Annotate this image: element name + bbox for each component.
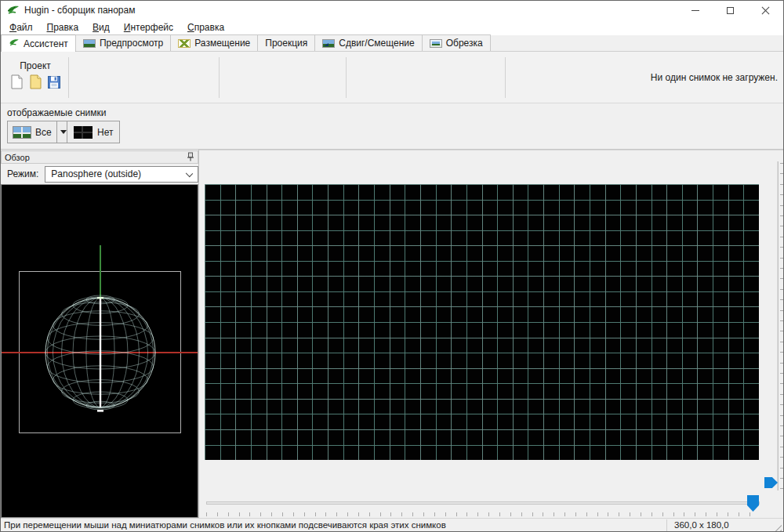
status-bar: При перемещении мыши над миниатюрами сни…: [1, 518, 783, 532]
tab-label: Обрезка: [446, 38, 483, 49]
tab-label: Проекция: [265, 38, 307, 49]
tab-layout[interactable]: Размещение: [170, 34, 258, 51]
toolbar-separator: [219, 57, 220, 98]
tab-label: Предпросмотр: [100, 38, 163, 49]
open-project-button[interactable]: [27, 74, 43, 90]
menu-interface[interactable]: Интерфейс: [117, 20, 180, 34]
pitch-slider-ticks: [780, 163, 784, 489]
hugin-icon: [9, 38, 20, 50]
menu-help[interactable]: Справка: [180, 20, 231, 34]
overview-panel-header[interactable]: Обзор: [1, 150, 198, 164]
menu-edit[interactable]: Правка: [40, 20, 86, 34]
yaw-slider-track[interactable]: [206, 501, 760, 505]
panosphere-3d-view[interactable]: [1, 184, 198, 518]
displayed-images-section: отображаемые снимки Все Нет: [1, 104, 783, 150]
menu-bar: Файл Правка Вид Интерфейс Справка: [1, 20, 783, 35]
mode-select[interactable]: Panosphere (outside): [45, 166, 198, 183]
tab-bar: Ассистент Предпросмотр Размещение Проекц…: [1, 35, 783, 52]
crop-icon: [430, 39, 442, 48]
panorama-grid-canvas[interactable]: [205, 184, 759, 460]
yaw-slider-ticks: [206, 512, 760, 516]
overview-panel: Обзор Режим: Panosphere (outside): [1, 150, 199, 518]
pitch-slider-track[interactable]: [777, 161, 779, 490]
toolbar-separator: [505, 57, 506, 98]
all-images-icon: [13, 126, 31, 139]
resize-grip[interactable]: [771, 521, 782, 531]
overview-title: Обзор: [5, 153, 187, 162]
show-none-button[interactable]: Нет: [67, 121, 120, 143]
show-all-button[interactable]: Все: [8, 121, 56, 143]
tab-label: Сдвиг/Смещение: [339, 38, 414, 49]
assistant-toolbar: Проект 1 1. Загрузить снимки... 2 2. Выр…: [1, 52, 783, 103]
close-icon: [761, 6, 770, 15]
toolbar-status-text: Ни один снимок не загружен.: [651, 52, 778, 103]
tab-assistant[interactable]: Ассистент: [1, 34, 76, 52]
tab-move-drag[interactable]: Сдвиг/Смещение: [314, 34, 422, 51]
tab-projection[interactable]: Проекция: [257, 34, 315, 51]
chevron-down-icon: [60, 130, 67, 134]
displayed-images-label: отображаемые снимки: [7, 107, 106, 118]
preview-icon: [83, 39, 96, 48]
project-group-label: Проект: [10, 60, 60, 71]
minimize-button[interactable]: [677, 1, 713, 20]
mode-value: Panosphere (outside): [51, 168, 141, 179]
title-bar: Hugin - сборщик панорам: [1, 1, 783, 20]
show-none-label: Нет: [97, 127, 113, 138]
layout-icon: [178, 39, 191, 48]
new-project-button[interactable]: [9, 74, 24, 90]
project-buttons: [9, 74, 62, 90]
menu-view[interactable]: Вид: [85, 20, 117, 34]
status-separator: [666, 519, 667, 532]
mode-row: Режим: Panosphere (outside): [1, 164, 198, 184]
preview-canvas-area: [199, 150, 784, 518]
no-images-icon: [74, 126, 93, 139]
minimize-icon: [691, 10, 699, 11]
main-area: Обзор Режим: Panosphere (outside): [1, 150, 783, 518]
close-button[interactable]: [748, 1, 783, 20]
hugin-window: Hugin - сборщик панорам Файл Правка Вид …: [0, 0, 784, 532]
pitch-slider-thumb[interactable]: [764, 477, 778, 488]
panorama-dimensions: 360,0 x 180,0: [674, 520, 729, 530]
toolbar-separator: [68, 57, 69, 98]
show-all-label: Все: [35, 127, 52, 138]
show-all-button-group: Все: [7, 121, 71, 143]
maximize-icon: [727, 7, 734, 14]
window-title: Hugin - сборщик панорам: [24, 5, 135, 16]
tab-label: Ассистент: [24, 38, 68, 49]
maximize-button[interactable]: [713, 1, 748, 20]
menu-file[interactable]: Файл: [2, 20, 40, 34]
chevron-down-icon: [186, 169, 193, 176]
panosphere-wireframe: [2, 185, 198, 517]
tab-label: Размещение: [194, 38, 250, 49]
tab-preview[interactable]: Предпросмотр: [75, 34, 171, 51]
pin-icon[interactable]: [187, 152, 194, 163]
mode-label: Режим:: [7, 168, 38, 179]
save-project-button[interactable]: [46, 74, 62, 90]
yaw-slider-thumb[interactable]: [747, 495, 759, 512]
toolbar-separator: [346, 57, 347, 98]
status-hint: При перемещении мыши над миниатюрами сни…: [4, 520, 446, 530]
hugin-app-icon: [7, 4, 20, 16]
move-icon: [322, 39, 335, 48]
tab-crop[interactable]: Обрезка: [422, 34, 491, 51]
